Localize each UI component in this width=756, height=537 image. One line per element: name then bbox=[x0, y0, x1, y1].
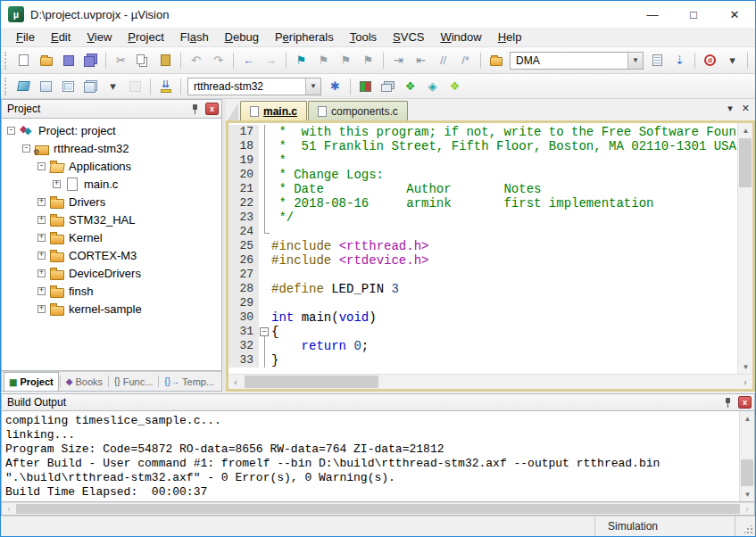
tab-project[interactable]: ▦Project bbox=[4, 372, 59, 391]
menu-file[interactable]: File bbox=[8, 29, 43, 45]
download-button[interactable]: ⇊ bbox=[155, 77, 176, 96]
tree-expander[interactable]: + bbox=[37, 216, 46, 224]
new-file-button[interactable] bbox=[13, 51, 34, 70]
tree-expander[interactable]: + bbox=[37, 287, 46, 295]
build-output-close-icon[interactable]: x bbox=[738, 396, 752, 409]
fold-margin[interactable]: − bbox=[259, 325, 271, 339]
build-scroll-left-icon[interactable]: ‹ bbox=[2, 503, 16, 515]
debug-dropdown-arrow[interactable]: ▾ bbox=[722, 51, 743, 70]
vertical-scroll-thumb[interactable] bbox=[739, 138, 752, 187]
editor-close-icon[interactable]: ✕ bbox=[742, 103, 750, 114]
open-file-button[interactable] bbox=[36, 51, 56, 70]
menu-edit[interactable]: Edit bbox=[43, 29, 79, 45]
menu-project[interactable]: Project bbox=[120, 29, 171, 45]
rebuild-button[interactable] bbox=[58, 77, 79, 96]
resize-grip[interactable] bbox=[741, 522, 753, 534]
menu-svcs[interactable]: SVCS bbox=[385, 29, 432, 45]
tree-item-finsh[interactable]: +finsh bbox=[2, 282, 221, 300]
menu-view[interactable]: View bbox=[79, 29, 120, 45]
incremental-find-button[interactable]: ⇣ bbox=[669, 51, 690, 70]
target-select-combo-arrow-icon[interactable]: ▼ bbox=[305, 78, 320, 95]
tree-item-project-project[interactable]: -Project: project bbox=[2, 121, 221, 139]
comment-button[interactable]: // bbox=[433, 51, 453, 70]
target-options-button[interactable]: ✱ bbox=[325, 77, 345, 96]
build-scroll-right-icon[interactable]: › bbox=[740, 503, 754, 515]
find-in-files-button[interactable] bbox=[486, 51, 506, 70]
paste-button[interactable] bbox=[155, 51, 176, 70]
build-scroll-down-icon[interactable]: ▼ bbox=[740, 487, 755, 501]
project-panel-close-icon[interactable]: x bbox=[205, 103, 219, 115]
tree-expander[interactable]: + bbox=[53, 180, 61, 188]
menu-tools[interactable]: Tools bbox=[342, 29, 385, 45]
build-scroll-up-icon[interactable]: ▲ bbox=[740, 411, 755, 425]
unindent-button[interactable]: ⇤ bbox=[411, 51, 431, 70]
find-text-combo[interactable]: DMA▼ bbox=[510, 52, 644, 70]
tree-item-rtthread-stm32[interactable]: -rtthread-stm32 bbox=[2, 139, 221, 157]
tree-expander[interactable]: + bbox=[37, 198, 46, 206]
scroll-left-icon[interactable]: ‹ bbox=[228, 375, 243, 390]
minimize-button[interactable]: — bbox=[632, 1, 673, 28]
tab-books[interactable]: ◆Books bbox=[62, 372, 107, 391]
toolbar-grip[interactable] bbox=[4, 78, 9, 95]
tree-item-kernel-sample[interactable]: +kernel-sample bbox=[2, 300, 221, 318]
menu-debug[interactable]: Debug bbox=[217, 29, 267, 45]
save-button[interactable] bbox=[58, 51, 79, 70]
editor-vertical-scrollbar[interactable]: ▲ ▼ bbox=[737, 123, 752, 374]
tree-item-main-c[interactable]: +main.c bbox=[2, 175, 221, 193]
tree-item-drivers[interactable]: +Drivers bbox=[2, 193, 221, 211]
tab-components-c[interactable]: components.c bbox=[308, 101, 408, 120]
maximize-button[interactable]: □ bbox=[673, 1, 714, 28]
tree-expander[interactable]: + bbox=[37, 252, 46, 260]
select-packs-button[interactable]: ◈ bbox=[422, 77, 443, 96]
clear-bookmarks-button[interactable]: ⚑ bbox=[358, 51, 378, 70]
scroll-down-icon[interactable]: ▼ bbox=[738, 359, 752, 374]
code-editor[interactable]: 17 * with this program; if not, write to… bbox=[228, 123, 737, 374]
target-select-combo[interactable]: rtthread-stm32▼ bbox=[187, 78, 321, 95]
translate-button[interactable] bbox=[13, 77, 34, 96]
manage-rte-button[interactable] bbox=[355, 77, 376, 96]
indent-button[interactable]: ⇥ bbox=[388, 51, 409, 70]
tree-item-kernel[interactable]: +Kernel bbox=[2, 228, 221, 246]
menu-peripherals[interactable]: Peripherals bbox=[267, 29, 342, 45]
close-button[interactable]: ✕ bbox=[714, 1, 755, 28]
find-button[interactable] bbox=[647, 51, 668, 70]
build-button[interactable] bbox=[36, 77, 56, 96]
cut-button[interactable]: ✂ bbox=[111, 51, 131, 70]
build-horizontal-scrollbar[interactable]: ‹ › bbox=[1, 502, 755, 516]
tree-expander[interactable]: + bbox=[37, 234, 46, 242]
editor-horizontal-scrollbar[interactable]: ‹ › bbox=[228, 374, 752, 389]
fold-collapse-icon[interactable]: − bbox=[260, 327, 269, 336]
tree-expander[interactable]: - bbox=[7, 127, 15, 135]
tab-list-dropdown-icon[interactable]: ▾ bbox=[727, 103, 733, 114]
tree-expander[interactable]: + bbox=[37, 269, 46, 277]
uncomment-button[interactable]: /* bbox=[455, 51, 476, 70]
menu-help[interactable]: Help bbox=[490, 29, 530, 45]
tree-item-stm32-hal[interactable]: +STM32_HAL bbox=[2, 211, 221, 228]
stop-build-button[interactable] bbox=[125, 77, 145, 96]
manage-books-button[interactable]: ❖ bbox=[444, 77, 465, 96]
build-vertical-scrollbar[interactable]: ▲ ▼ bbox=[739, 411, 754, 501]
next-bookmark-button[interactable]: ⚑ bbox=[313, 51, 334, 70]
find-text-combo-arrow-icon[interactable]: ▼ bbox=[627, 53, 643, 69]
scroll-right-icon[interactable]: › bbox=[738, 375, 752, 390]
start-stop-debug-button[interactable]: d bbox=[700, 51, 720, 70]
build-pin-icon[interactable] bbox=[722, 396, 735, 409]
horizontal-scroll-thumb[interactable] bbox=[245, 376, 378, 388]
batch-build-dropdown-arrow[interactable]: ▾ bbox=[103, 77, 123, 96]
undo-button[interactable]: ↶ bbox=[186, 51, 206, 70]
tree-expander[interactable]: - bbox=[37, 162, 46, 170]
prev-bookmark-button[interactable]: ⚑ bbox=[336, 51, 356, 70]
save-all-button[interactable] bbox=[80, 51, 101, 70]
tree-expander[interactable]: + bbox=[37, 305, 46, 313]
menu-flash[interactable]: Flash bbox=[172, 29, 217, 45]
tree-expander[interactable]: - bbox=[22, 145, 30, 153]
batch-build-button[interactable] bbox=[80, 77, 101, 96]
menu-window[interactable]: Window bbox=[432, 29, 489, 45]
build-horizontal-scroll-thumb[interactable] bbox=[16, 504, 740, 514]
manage-project-items-button[interactable] bbox=[378, 77, 398, 96]
tab-main-c[interactable]: main.c bbox=[240, 101, 307, 120]
tab-functions[interactable]: {}Func... bbox=[110, 372, 157, 391]
tree-item-cortex-m3[interactable]: +CORTEX-M3 bbox=[2, 246, 221, 264]
copy-button[interactable] bbox=[133, 51, 154, 70]
tab-templates[interactable]: {}→Temp... bbox=[160, 372, 219, 391]
